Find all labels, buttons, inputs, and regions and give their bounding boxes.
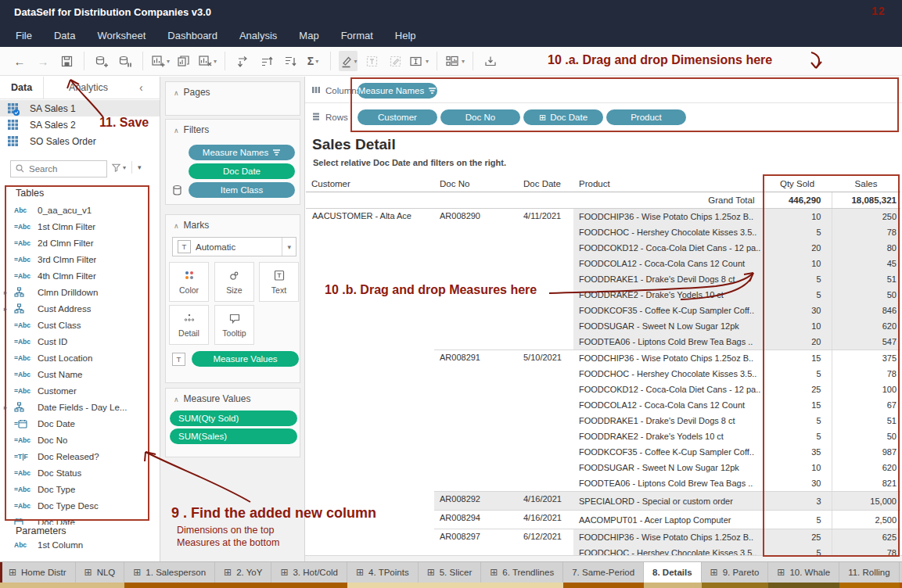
menu-format[interactable]: Format <box>330 25 384 46</box>
cell-product[interactable]: FOODCOKD12 - Coca-Cola Diet Cans - 12 pa… <box>573 240 763 256</box>
cell-doc-no[interactable]: AR008294 <box>434 511 518 529</box>
column-header-product[interactable]: Product <box>573 175 763 192</box>
horizontal-scrollbar[interactable] <box>305 555 902 561</box>
cell-product[interactable]: FOODCOKD12 - Coca-Cola Diet Cans - 12 pa… <box>573 382 763 397</box>
cell-qty-sold[interactable]: 3 <box>763 492 832 511</box>
cell-sales[interactable]: 375 <box>832 350 900 367</box>
cell-sales[interactable]: 100 <box>832 382 900 397</box>
cell-doc-no[interactable]: AR008292 <box>434 492 518 511</box>
tooltip-button[interactable]: Tooltip <box>214 305 254 345</box>
expand-plus-icon[interactable]: ⊞ <box>539 113 546 123</box>
cell-product[interactable]: FOODCHIP36 - Wise Potato Chips 1.25oz B.… <box>573 209 763 225</box>
sort-descending-icon[interactable] <box>280 51 299 71</box>
field-item[interactable]: =Abc2d Clmn Filter <box>0 235 153 251</box>
highlight-icon[interactable]: ▾ <box>339 51 358 71</box>
color-button[interactable]: Color <box>169 262 209 302</box>
show-cards-icon[interactable]: ▾ <box>445 51 465 71</box>
cell-qty-sold[interactable]: 30 <box>763 475 832 492</box>
pill-item-class[interactable]: Item Class <box>189 182 295 198</box>
cell-sales[interactable]: 67 <box>832 397 900 413</box>
field-item[interactable]: ▸Cust Address <box>0 300 153 317</box>
field-item[interactable]: =AbcDoc Type <box>0 481 153 497</box>
menu-data[interactable]: Data <box>43 25 86 46</box>
cell-product[interactable]: FOODCOLA12 - Coca-Cola Cans 12 Count <box>573 256 763 271</box>
field-item[interactable]: ▸Date Fields - Day Le... <box>0 399 153 415</box>
field-item[interactable]: =AbcDoc Type Desc <box>0 497 153 514</box>
field-item[interactable]: =AbcDoc No <box>0 432 153 448</box>
sheet-tab-12-to[interactable]: 12. To <box>900 562 902 588</box>
pill-doc-no[interactable]: Doc No <box>440 109 520 125</box>
presentation-mode-icon[interactable] <box>481 51 500 71</box>
cell-sales[interactable]: 80 <box>832 240 900 256</box>
cell-sales[interactable]: 78 <box>832 224 900 240</box>
cell-qty-sold[interactable]: 5 <box>763 428 832 444</box>
swap-axes-icon[interactable] <box>233 51 252 71</box>
cell-doc-date[interactable]: 4/16/2021 <box>518 511 573 529</box>
cell-qty-sold[interactable]: 5 <box>763 545 832 556</box>
sort-ascending-icon[interactable] <box>257 51 275 71</box>
redo-icon[interactable]: → <box>34 51 52 71</box>
cell-sales[interactable]: 78 <box>832 545 900 556</box>
cell-sales[interactable]: 846 <box>832 303 900 318</box>
cell-product[interactable]: FOODCHOC - Hershey Chocolate Kisses 3.5.… <box>573 366 763 382</box>
cell-sales[interactable]: 50 <box>832 428 900 444</box>
sheet-tab-4-tpoints[interactable]: ⊞4. TPoints <box>347 562 419 588</box>
cell-qty-sold[interactable]: 35 <box>763 444 832 460</box>
menu-help[interactable]: Help <box>384 25 427 46</box>
cell-qty-sold[interactable]: 15 <box>763 397 832 413</box>
cell-sales[interactable]: 547 <box>832 334 900 350</box>
cell-product[interactable]: FOODSUGAR - Sweet N Low Sugar 12pk <box>573 318 763 334</box>
cell-qty-sold[interactable]: 10 <box>763 460 832 475</box>
cell-qty-sold[interactable]: 25 <box>763 529 832 546</box>
totals-icon[interactable]: Σ▾ <box>304 51 322 71</box>
data-source-item[interactable]: SA Sales 2 <box>0 117 160 133</box>
sheet-tab-9-pareto[interactable]: ⊞9. Pareto <box>702 562 769 588</box>
pill-product[interactable]: Product <box>606 109 686 125</box>
field-item[interactable]: =Abc1st Clmn Filter <box>0 218 153 235</box>
cell-qty-sold[interactable]: 5 <box>763 413 832 428</box>
cell-sales[interactable]: 620 <box>832 318 900 334</box>
pill-sum-qty-sold-[interactable]: SUM(Qty Sold) <box>170 411 297 426</box>
cell-qty-sold[interactable]: 10 <box>763 209 832 225</box>
menu-analysis[interactable]: Analysis <box>228 25 288 46</box>
cell-product[interactable]: FOODDRAKE1 - Drake's Devil Dogs 8 ct <box>573 271 763 287</box>
menu-worksheet[interactable]: Worksheet <box>86 25 156 46</box>
cell-doc-date[interactable]: 4/11/2021 <box>518 209 573 350</box>
grand-total-sales[interactable]: 18,085,321 <box>832 192 900 209</box>
cell-qty-sold[interactable]: 10 <box>763 256 832 271</box>
sheet-tab-6-trendlines[interactable]: ⊞6. Trendlines <box>481 562 563 588</box>
cell-product[interactable]: FOODCHOC - Hershey Chocolate Kisses 3.5.… <box>573 224 763 240</box>
tab-data[interactable]: Data <box>0 77 43 99</box>
cell-qty-sold[interactable]: 5 <box>763 287 832 303</box>
cell-qty-sold[interactable]: 20 <box>763 334 832 350</box>
sheet-tab-10-whale[interactable]: ⊞10. Whale <box>768 562 839 588</box>
cell-doc-date[interactable]: 5/10/2021 <box>518 350 573 492</box>
cell-qty-sold[interactable]: 5 <box>763 224 832 240</box>
mark-type-dropdown[interactable]: T Automatic ▾ <box>172 237 296 256</box>
pill-customer[interactable]: Customer <box>358 109 437 125</box>
sheet-tab-11-rolling[interactable]: 11. Rolling <box>839 562 900 588</box>
fit-icon[interactable]: ▾ <box>409 51 429 71</box>
column-header-customer[interactable]: Customer <box>306 175 434 192</box>
field-item[interactable]: =AbcCustomer <box>0 382 153 399</box>
duplicate-sheet-icon[interactable] <box>174 51 193 71</box>
data-source-item[interactable]: SO Sales Order <box>0 133 160 149</box>
parameter-item[interactable]: Abc1st Column <box>0 536 160 553</box>
field-item[interactable]: Abc0_aa_acu_v1 <box>0 202 153 218</box>
cell-product[interactable]: AACOMPUT01 - Acer Laptop Computer <box>573 511 763 529</box>
cell-doc-date[interactable]: 4/16/2021 <box>518 492 573 511</box>
field-item[interactable]: Doc Date <box>0 514 153 525</box>
text-button[interactable]: Text <box>259 262 299 302</box>
cell-sales[interactable]: 78 <box>832 366 900 382</box>
cell-qty-sold[interactable]: 25 <box>763 382 832 397</box>
field-item[interactable]: =Abc3rd Clmn Filter <box>0 251 153 267</box>
field-item[interactable]: =T|FDoc Released? <box>0 448 153 464</box>
collapse-panel-icon[interactable]: ‹ <box>139 81 143 94</box>
undo-icon[interactable]: ← <box>10 51 29 71</box>
cell-customer[interactable]: AACUSTOMER - Alta Ace <box>306 209 434 557</box>
cell-product[interactable]: FOODKCOF35 - Coffee K-Cup Sampler Coff.. <box>573 303 763 318</box>
cell-doc-no[interactable]: AR008297 <box>434 529 518 557</box>
pill-measure-names[interactable]: Measure Names <box>189 145 295 160</box>
filter-fields-icon[interactable]: ▾ <box>111 163 126 173</box>
pill-doc-date[interactable]: Doc Date <box>189 163 295 179</box>
